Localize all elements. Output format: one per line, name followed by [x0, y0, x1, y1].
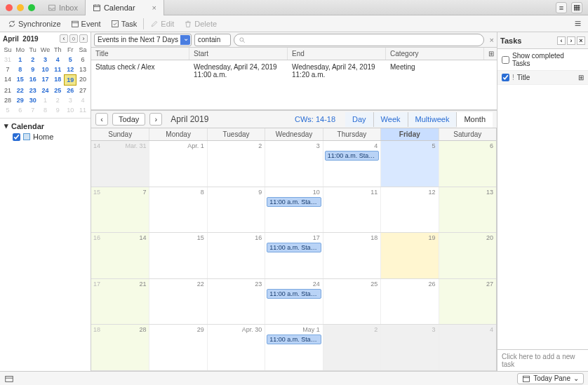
day-cell[interactable]: 2 [207, 141, 265, 187]
day-cell[interactable]: 8 [149, 187, 206, 233]
calendar-section-header[interactable]: ▾Calendar [4, 121, 86, 130]
task-col-config-icon[interactable]: ⊞ [578, 74, 584, 81]
day-cell[interactable]: 1011:00 a.m. Status … [265, 187, 322, 233]
task-close-icon[interactable]: × [577, 36, 585, 45]
datepicker-day[interactable]: 18 [51, 74, 64, 86]
datepicker-day[interactable]: 14 [1, 74, 14, 86]
day-cell[interactable]: 23 [207, 279, 265, 325]
datepicker-today-icon[interactable]: ○ [69, 34, 78, 43]
datepicker-day[interactable]: 8 [14, 65, 27, 74]
datepicker-day[interactable]: 12 [64, 65, 76, 74]
event-chip[interactable]: 11:00 a.m. Status … [325, 151, 379, 161]
day-cell[interactable]: 1416 [91, 233, 149, 278]
datepicker-day[interactable]: 2 [27, 55, 39, 65]
day-cell[interactable]: 13 [439, 187, 496, 233]
prev-month-button[interactable]: ‹ [95, 113, 108, 126]
day-cell[interactable]: Mar. 3114 [91, 141, 149, 187]
col-end[interactable]: End [288, 48, 386, 60]
new-event-button[interactable]: Event [67, 18, 105, 29]
datepicker-day[interactable]: 15 [14, 74, 27, 86]
event-chip[interactable]: 11:00 a.m. Status … [267, 197, 321, 207]
toolbar-menu-icon[interactable]: ≡ [575, 18, 584, 30]
datepicker-day[interactable]: 13 [76, 65, 89, 74]
datepicker-day[interactable]: 10 [39, 65, 52, 74]
datepicker-day[interactable]: 1 [14, 55, 27, 65]
day-cell[interactable]: 19 [380, 233, 438, 278]
close-window-icon[interactable] [6, 4, 13, 11]
datepicker-day[interactable]: 30 [27, 95, 39, 105]
datepicker-day[interactable]: 4 [76, 95, 89, 105]
panel-toggle-icon[interactable]: ▦ [571, 2, 582, 13]
tab-inbox[interactable]: Inbox [41, 0, 86, 15]
datepicker-day[interactable]: 27 [76, 86, 89, 95]
event-chip[interactable]: 11:00 a.m. Status … [267, 335, 321, 344]
day-cell[interactable]: 9 [207, 187, 265, 233]
day-cell[interactable]: 22 [149, 279, 206, 325]
datepicker-day[interactable]: 25 [51, 86, 64, 95]
datepicker-day[interactable]: 1 [39, 95, 52, 105]
datepicker-day[interactable]: 17 [39, 74, 52, 86]
day-cell[interactable]: 20 [439, 233, 496, 278]
zoom-window-icon[interactable] [28, 4, 35, 11]
view-multiweek[interactable]: Multiweek [408, 112, 457, 127]
event-row[interactable]: Status check / Alex Wednesday, April 24,… [91, 60, 497, 81]
datepicker-day[interactable]: 5 [64, 55, 76, 65]
day-cell[interactable]: 29 [149, 325, 206, 370]
day-cell[interactable]: May 111:00 a.m. Status … [265, 325, 322, 370]
datepicker-day[interactable]: 5 [1, 105, 14, 115]
datepicker-day[interactable]: 23 [27, 86, 39, 95]
datepicker-day[interactable]: 28 [1, 95, 14, 105]
today-button[interactable]: Today [112, 113, 145, 126]
datepicker-day[interactable]: 29 [14, 95, 27, 105]
day-cell[interactable]: 27 [439, 279, 496, 325]
datepicker-day[interactable]: 4 [51, 55, 64, 65]
datepicker-day[interactable]: 8 [39, 105, 52, 115]
event-search-input[interactable] [248, 36, 479, 43]
event-chip[interactable]: 11:00 a.m. Status … [267, 289, 321, 299]
new-task-button[interactable]: Task [107, 18, 141, 29]
task-col-checkbox[interactable] [502, 74, 509, 81]
datepicker-day[interactable]: 20 [76, 74, 89, 86]
event-chip[interactable]: 11:00 a.m. Status … [267, 243, 321, 252]
day-cell[interactable]: 715 [91, 187, 149, 233]
datepicker-day[interactable]: 21 [1, 86, 14, 95]
clear-filter-icon[interactable]: × [487, 36, 497, 44]
task-next-icon[interactable]: › [567, 36, 575, 45]
datepicker-day[interactable]: 16 [27, 74, 39, 86]
view-week[interactable]: Week [373, 112, 408, 127]
delete-button[interactable]: Delete [180, 18, 220, 29]
next-month-button[interactable]: › [149, 113, 162, 126]
day-cell[interactable]: 11 [323, 187, 380, 233]
column-config-icon[interactable]: ⊞ [484, 48, 497, 60]
day-cell[interactable]: 25 [323, 279, 380, 325]
datepicker-prev-icon[interactable]: ‹ [60, 34, 68, 43]
day-cell[interactable]: 18 [323, 233, 380, 278]
col-title[interactable]: Title [91, 48, 189, 60]
day-cell[interactable]: 3 [380, 325, 438, 370]
day-cell[interactable]: 26 [380, 279, 438, 325]
datepicker-day[interactable]: 2 [51, 95, 64, 105]
show-completed-row[interactable]: Show completed Tasks [497, 49, 588, 71]
view-day[interactable]: Day [345, 112, 373, 127]
day-cell[interactable]: 6 [439, 141, 496, 187]
close-tab-icon[interactable]: × [152, 4, 156, 12]
datepicker-day[interactable]: 11 [51, 65, 64, 74]
day-cell[interactable]: 2117 [91, 279, 149, 325]
edit-button[interactable]: Edit [147, 18, 178, 29]
col-category[interactable]: Category [386, 48, 484, 60]
calendar-home-checkbox[interactable] [13, 133, 20, 141]
day-cell[interactable]: 411:00 a.m. Status … [323, 141, 380, 187]
datepicker-day[interactable]: 9 [27, 65, 39, 74]
datepicker-day[interactable]: 11 [76, 105, 89, 115]
day-cell[interactable]: 4 [439, 325, 496, 370]
datepicker-day[interactable]: 26 [64, 86, 76, 95]
synchronize-button[interactable]: Synchronize [4, 18, 65, 29]
day-cell[interactable]: 12 [380, 187, 438, 233]
filter-operator-select[interactable]: contain [194, 34, 231, 46]
datepicker-day[interactable]: 7 [27, 105, 39, 115]
datepicker-day[interactable]: 6 [14, 105, 27, 115]
day-cell[interactable]: Apr. 1 [149, 141, 206, 187]
view-month[interactable]: Month [456, 112, 493, 128]
filter-scope-select[interactable]: Events in the Next 7 Days [94, 34, 192, 46]
tab-calendar[interactable]: Calendar × [86, 0, 164, 16]
